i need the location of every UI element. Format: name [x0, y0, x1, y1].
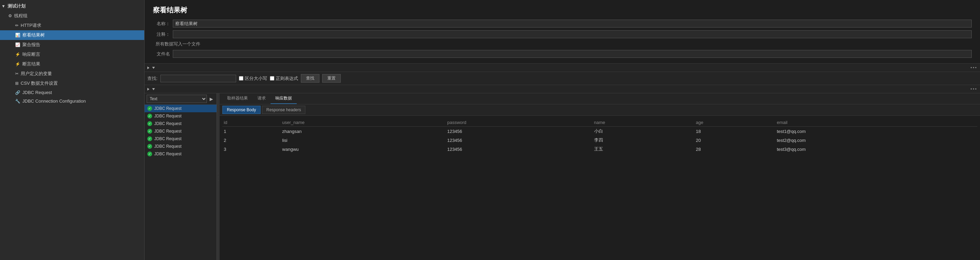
search-label: 查找:	[147, 75, 158, 81]
result-item-label: JDBC Request	[154, 121, 181, 126]
response-content: iduser_namepasswordnameageemail 1zhangsa…	[220, 116, 980, 260]
response-body-tab[interactable]: Response Body	[223, 106, 261, 114]
regex-check[interactable]	[270, 76, 274, 81]
sidebar-label-jdbc-request: JDBC Request	[22, 90, 52, 95]
comment-input[interactable]	[173, 30, 972, 38]
assert-icon: ⚡	[15, 52, 20, 57]
result-success-icon	[147, 136, 152, 141]
result-item-label: JDBC Request	[154, 114, 181, 118]
table-header-id: id	[223, 118, 281, 127]
sidebar-label-http-request: HTTP请求	[21, 22, 41, 29]
table-cell-age: 28	[695, 145, 776, 153]
table-cell-password: 123456	[446, 145, 592, 153]
jdbc-icon: 🔗	[15, 90, 20, 95]
tab-request[interactable]: 请求	[253, 93, 270, 104]
table-cell-user_name: lisi	[281, 136, 446, 145]
result-success-icon	[147, 114, 152, 118]
table-cell-user_name: zhangsan	[281, 127, 446, 136]
table-header-name: name	[593, 118, 695, 127]
regex-label: 正则表达式	[276, 75, 298, 81]
result-selector-row: TextXMLJSONHTMLBinary ▶	[145, 93, 216, 105]
file-input[interactable]	[173, 50, 972, 58]
top-panel: 察看结果树 名称： 注释： 所有数据写入一个文件 文件名	[145, 0, 980, 64]
expand-btn[interactable]: ▶	[208, 96, 215, 102]
search-row: 查找: 区分大小写 正则表达式 查找 重置	[145, 72, 980, 85]
result-item-label: JDBC Request	[154, 136, 181, 141]
table-cell-age: 18	[695, 127, 776, 136]
case-sensitive-check[interactable]	[239, 76, 243, 81]
arrow-down-icon: ▼	[2, 4, 5, 9]
expand-icon	[147, 67, 150, 69]
result-success-icon	[147, 144, 152, 149]
view-selector[interactable]: TextXMLJSONHTMLBinary	[146, 95, 207, 103]
collapse-icon-2	[152, 88, 155, 90]
table-cell-name: 李四	[593, 136, 695, 145]
toolbar-dots-1: •••	[970, 65, 977, 70]
search-input[interactable]	[161, 75, 236, 82]
response-headers-tab[interactable]: Response headers	[262, 106, 305, 114]
case-sensitive-checkbox[interactable]: 区分大小写	[239, 75, 267, 81]
result-item[interactable]: JDBC Request	[145, 128, 216, 135]
tab-sampler-result[interactable]: 取样器结果	[223, 93, 253, 104]
sidebar-item-jdbc-connection[interactable]: 🔧JDBC Connection Configuration	[0, 97, 144, 105]
search-button[interactable]: 查找	[301, 74, 320, 83]
table-header-email: email	[776, 118, 977, 127]
name-input[interactable]	[173, 20, 972, 27]
regex-checkbox[interactable]: 正则表达式	[270, 75, 298, 81]
report-icon: 📈	[15, 42, 20, 47]
sidebar-item-response-assertion[interactable]: ⚡响应断言	[0, 49, 144, 59]
sidebar-item-http-request[interactable]: ✏HTTP请求	[0, 21, 144, 30]
case-sensitive-label: 区分大小写	[245, 75, 267, 81]
result-item-label: JDBC Request	[154, 106, 181, 111]
result-item[interactable]: JDBC Request	[145, 135, 216, 143]
page-title: 察看结果树	[153, 5, 972, 15]
result-item[interactable]: JDBC Request	[145, 112, 216, 120]
http-icon: ✏	[15, 23, 19, 28]
sidebar-item-view-results-tree[interactable]: 📊察看结果树	[0, 30, 144, 40]
sidebar-label-assertion-results: 断言结果	[22, 61, 40, 67]
csv-icon: ⊞	[15, 81, 19, 86]
result-success-icon	[147, 121, 152, 126]
name-row: 名称：	[153, 20, 972, 27]
table-cell-age: 20	[695, 136, 776, 145]
table-header-password: password	[446, 118, 592, 127]
collapse-icon	[152, 67, 155, 69]
table-header-row: iduser_namepasswordnameageemail	[223, 118, 977, 127]
data-table: iduser_namepasswordnameageemail 1zhangsa…	[223, 118, 977, 153]
sidebar-item-test-plan[interactable]: ▼测试计划	[0, 2, 144, 11]
result-success-icon	[147, 106, 152, 111]
vars-icon: ✂	[15, 71, 19, 76]
file-row: 文件名	[153, 50, 972, 58]
table-cell-password: 123456	[446, 127, 592, 136]
sidebar-item-jdbc-request[interactable]: 🔗JDBC Request	[0, 88, 144, 97]
table-cell-password: 123456	[446, 136, 592, 145]
response-panel: 取样器结果 请求 响应数据 Response Body Response hea…	[220, 93, 980, 260]
tab-response-data[interactable]: 响应数据	[270, 93, 297, 104]
toolbar-dots-2: •••	[970, 86, 977, 92]
table-cell-id: 2	[223, 136, 281, 145]
gear-icon: ⚙	[8, 13, 12, 18]
table-cell-id: 1	[223, 127, 281, 136]
result-success-icon	[147, 129, 152, 134]
sidebar-item-assertion-results[interactable]: ⚡断言结果	[0, 59, 144, 69]
table-row: 3wangwu123456王五28test3@qq.com	[223, 145, 977, 153]
result-item[interactable]: JDBC Request	[145, 150, 216, 158]
sidebar-item-thread-group[interactable]: ⚙线程组	[0, 11, 144, 21]
toolbar-row-2: •••	[145, 85, 980, 93]
result-item-label: JDBC Request	[154, 144, 181, 149]
drag-handle[interactable]: ···	[217, 93, 220, 260]
file-label: 文件名	[153, 51, 170, 57]
result-item[interactable]: JDBC Request	[145, 120, 216, 128]
result-item[interactable]: JDBC Request	[145, 105, 216, 112]
sidebar-label-user-variables: 用户定义的变量	[21, 70, 52, 77]
table-cell-email: test1@qq.com	[776, 127, 977, 136]
tabs-row: 取样器结果 请求 响应数据	[220, 93, 980, 104]
tree-icon: 📊	[15, 33, 20, 38]
sidebar-item-aggregate-report[interactable]: 📈聚合报告	[0, 40, 144, 49]
result-item[interactable]: JDBC Request	[145, 143, 216, 150]
sidebar-item-user-variables[interactable]: ✂用户定义的变量	[0, 69, 144, 78]
result-item-label: JDBC Request	[154, 152, 181, 156]
expand-icon-2	[147, 88, 150, 91]
sidebar-item-csv-config[interactable]: ⊞CSV 数据文件设置	[0, 78, 144, 88]
reset-button[interactable]: 重置	[322, 74, 341, 83]
